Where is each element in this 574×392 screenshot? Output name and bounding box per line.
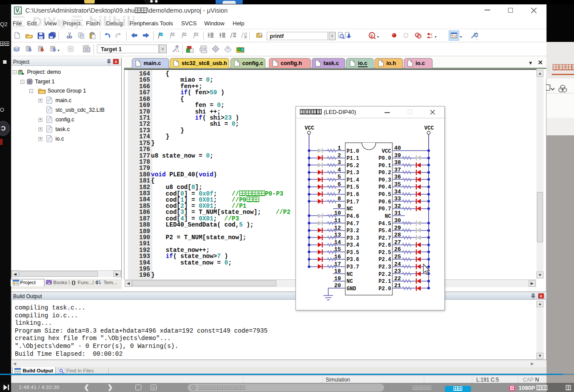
svg-text:P3.6: P3.6 [347, 257, 359, 263]
svg-text:9: 9 [337, 203, 341, 210]
svg-text:?: ? [49, 282, 51, 285]
svg-text:P3.7: P3.7 [347, 264, 359, 270]
svg-text:GND: GND [347, 286, 356, 292]
svg-text:17: 17 [334, 261, 341, 268]
svg-text:P0.0: P0.0 [378, 155, 391, 162]
svg-text:Q: Q [371, 34, 373, 38]
svg-text:P1.3: P1.3 [347, 170, 359, 176]
svg-text:P3.4: P3.4 [347, 242, 359, 248]
svg-text:LOAD: LOAD [82, 45, 89, 47]
svg-text:VCC: VCC [424, 125, 434, 131]
svg-text:P2.3: P2.3 [378, 264, 391, 270]
svg-text:P1.7: P1.7 [347, 199, 359, 205]
svg-text:P1.0: P1.0 [347, 148, 359, 155]
svg-text:NC: NC [347, 279, 353, 285]
svg-text:P1.1: P1.1 [347, 155, 359, 162]
svg-text:P0.6: P0.6 [378, 199, 391, 205]
svg-text:P1.6: P1.6 [347, 192, 359, 198]
svg-text:P0.2: P0.2 [378, 170, 391, 176]
svg-text:P4.7: P4.7 [347, 221, 359, 227]
svg-text:P4.5: P4.5 [378, 221, 391, 227]
svg-text:P2.5: P2.5 [378, 250, 391, 256]
svg-text:2: 2 [337, 152, 341, 159]
svg-text:P0.7: P0.7 [378, 206, 391, 212]
svg-text:P3.5: P3.5 [347, 250, 359, 256]
svg-text:P4.6: P4.6 [347, 213, 359, 220]
svg-text:P0.5: P0.5 [378, 192, 391, 198]
svg-text:1: 1 [337, 145, 341, 151]
svg-text:5: 5 [337, 174, 341, 180]
svg-text:P2.6: P2.6 [378, 242, 391, 248]
svg-text:14: 14 [334, 239, 341, 246]
svg-text:18: 18 [334, 268, 341, 275]
svg-text:7: 7 [337, 189, 341, 195]
svg-text:20: 20 [334, 282, 341, 289]
svg-text:13: 13 [334, 232, 341, 238]
svg-text:P5.4: P5.4 [378, 228, 391, 234]
svg-text:10: 10 [334, 210, 341, 217]
svg-text:P0.1: P0.1 [378, 163, 391, 169]
svg-text:NC: NC [385, 213, 391, 220]
svg-text:19: 19 [334, 275, 341, 282]
svg-text:8: 8 [337, 196, 341, 202]
svg-text:NC: NC [347, 206, 353, 212]
svg-text:VCC: VCC [305, 125, 314, 131]
svg-text:P0.3: P0.3 [378, 177, 391, 183]
svg-text:3: 3 [337, 159, 341, 166]
svg-text:P1.4: P1.4 [347, 177, 359, 183]
svg-text:NC: NC [347, 272, 353, 278]
svg-text:16: 16 [334, 254, 341, 260]
svg-text:P3.2: P3.2 [347, 228, 359, 234]
svg-text:P2.0: P2.0 [378, 286, 391, 292]
svg-text:P2.4: P2.4 [378, 257, 391, 263]
svg-text:P2.2: P2.2 [378, 272, 391, 278]
svg-text:P3.3: P3.3 [347, 235, 359, 241]
svg-text:15: 15 [334, 246, 341, 253]
svg-text:P1.5: P1.5 [347, 184, 359, 190]
svg-text:VCC: VCC [382, 148, 391, 155]
svg-text:12: 12 [334, 225, 341, 231]
svg-text:P5.2: P5.2 [347, 163, 359, 169]
svg-text:11: 11 [334, 217, 341, 224]
svg-text:P2.1: P2.1 [378, 279, 391, 285]
svg-text:P2.7: P2.7 [378, 235, 391, 241]
svg-text:P0.4: P0.4 [378, 184, 391, 190]
svg-text:4: 4 [337, 167, 341, 173]
svg-text:6: 6 [337, 181, 341, 188]
